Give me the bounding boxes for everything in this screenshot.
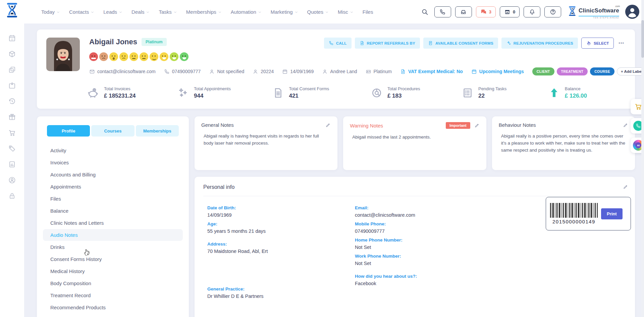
menu-item[interactable]: Files [43,193,183,205]
field-value: Not Set [355,245,626,250]
menu-item[interactable]: Treatment Record [43,289,183,301]
stat-label: Balance [565,86,587,91]
menu-item[interactable]: Drinks [43,241,183,253]
clinicsoftware-logo-icon[interactable] [5,2,19,19]
personal-info-card: Personal info Date of Birth: 14/09/1969 [195,177,635,317]
toolbar-button[interactable] [455,6,472,17]
stats-row: Total Invoices £ 185231.24 Total Appoint… [87,86,587,99]
action-button[interactable]: AVAILABLE CONSENT FORMS [423,38,498,49]
rail-icon[interactable] [8,97,16,105]
nav-item[interactable]: Today [41,9,60,15]
rail-icon[interactable] [8,50,16,58]
rail-icon[interactable] [8,113,16,121]
nav-item[interactable]: Tasks [159,9,177,15]
rail-icon[interactable] [8,129,16,137]
label-pill[interactable]: CLIENT [532,67,554,75]
action-button[interactable]: REJUVENATION PROCEDURES [501,38,578,49]
menu-item[interactable]: Audio Notes [43,229,183,241]
nav-item[interactable]: Deals [131,9,150,15]
stat-value: £ 183 [387,93,420,99]
toolbar-button[interactable] [434,6,451,17]
satisfaction-face[interactable] [160,52,168,61]
nav-item[interactable]: Leads [103,9,122,15]
toolbar-button[interactable] [544,6,561,17]
select-button[interactable]: SELECT [581,38,614,49]
barcode-panel: 2015000000149 Print [546,197,631,230]
action-button[interactable]: CALL [324,38,351,49]
edit-pencil-icon[interactable] [623,122,628,128]
rail-icon[interactable] [8,66,16,74]
stat-icon [371,87,383,99]
clinicsoftware-wordmark[interactable]: ClinicSoftware .com TEN STEPS AHEAD [568,6,619,17]
rail-icon[interactable] [8,176,16,184]
satisfaction-face[interactable] [99,52,108,61]
rail-icon[interactable]: 12 [8,34,16,42]
menu-item[interactable]: Recommended Products [43,302,183,313]
nav-item[interactable]: Contacts [69,9,94,15]
personal-field: Date of Birth: 14/09/1969 [207,205,348,218]
menu-item[interactable]: Activity [43,145,183,156]
edit-pencil-icon[interactable] [623,184,628,190]
edit-pencil-icon[interactable] [474,123,480,128]
nav-item[interactable]: Misc [338,9,354,15]
satisfaction-face[interactable] [170,52,178,61]
nav-item[interactable]: Automation [231,9,262,15]
menu-item[interactable]: Accounts and Billing [43,169,183,180]
contact-item-icon [471,69,477,74]
menu-item[interactable]: Appointments [43,181,183,193]
menu-item[interactable]: Consent Forms History [43,253,183,265]
profile-sidebar-card: Profile Courses Memberships Activity Inv… [37,116,189,317]
stat-icon [177,87,189,99]
toolbar-button[interactable] [524,6,540,17]
user-avatar[interactable] [625,5,639,19]
nav-item-label: Files [363,9,373,15]
more-options-button[interactable]: ••• [617,41,626,46]
toolbar-button[interactable]: 3 [476,6,496,17]
nav-item[interactable]: Files [363,9,373,15]
menu-item[interactable]: Medical History [43,265,183,277]
customer-photo[interactable] [46,38,80,71]
satisfaction-face[interactable] [180,52,189,61]
action-button-icon [506,41,511,46]
action-button[interactable]: REPORT REFERRALS BY [355,38,420,49]
contact-item-text: 20224 [261,69,274,74]
satisfaction-face[interactable] [119,52,128,61]
menu-item[interactable]: Clinic Notes and Letters [43,217,183,229]
tab[interactable]: Courses [91,125,134,137]
add-label-button[interactable]: + Add Label [617,67,644,75]
rail-icon[interactable] [8,192,16,200]
print-button[interactable]: Print [601,208,623,219]
tab[interactable]: Memberships [136,125,179,137]
stat-label: Total Appointments [194,86,231,91]
chevron-down-icon [218,10,222,14]
satisfaction-face[interactable] [89,52,98,61]
menu-item[interactable]: Body Composition [43,277,183,289]
toolbar-button[interactable]: 0 [500,6,520,17]
nav-item[interactable]: Memberships [186,9,222,15]
important-badge: Important [446,122,470,129]
nav-item[interactable]: Marketing [271,9,298,15]
rail-icon[interactable] [8,82,16,90]
stat-item: Pending Tasks 22 [462,86,506,99]
edit-pencil-icon[interactable] [325,122,331,128]
rail-icon[interactable] [8,145,16,153]
top-bar-actions: 3 0 [421,0,639,23]
rail-icon[interactable] [8,160,16,168]
notes-row: General Notes Abigail really is having f… [195,116,635,170]
label-pill[interactable]: COURSE [590,67,614,75]
stat-value: 22 [478,93,506,99]
contact-item-text: VAT Exempt Medical: No [408,69,463,74]
nav-item[interactable]: Quotes [307,9,329,15]
tab[interactable]: Profile [47,125,90,137]
search-icon[interactable] [421,8,428,15]
label-pill[interactable]: TREATMENT [557,67,588,75]
nav-item-label: Marketing [271,9,293,15]
satisfaction-face[interactable] [140,52,148,61]
satisfaction-face[interactable] [150,52,158,61]
menu-item[interactable]: Balance [43,205,183,217]
satisfaction-face[interactable] [109,52,118,61]
scrollbar-thumb[interactable] [641,20,644,58]
tier-badge: Platinum [142,38,167,46]
satisfaction-face[interactable] [129,52,138,61]
menu-item[interactable]: Invoices [43,157,183,168]
